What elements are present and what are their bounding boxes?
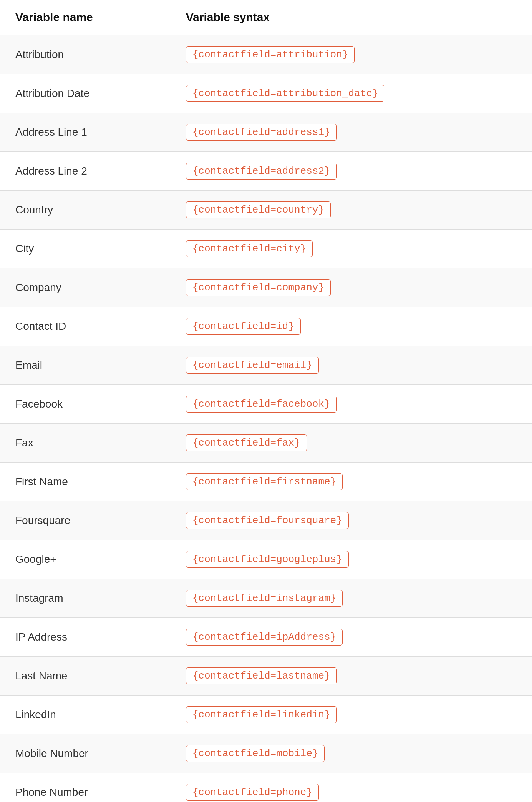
variable-name-cell: Attribution: [0, 35, 171, 74]
variable-syntax-cell: {contactfield=fax}: [171, 424, 532, 463]
syntax-badge: {contactfield=instagram}: [186, 590, 343, 607]
variable-name-cell: First Name: [0, 463, 171, 501]
variable-name-cell: Address Line 1: [0, 113, 171, 152]
table-row: Address Line 2{contactfield=address2}: [0, 152, 532, 191]
variable-name-cell: Address Line 2: [0, 152, 171, 191]
table-row: Mobile Number{contactfield=mobile}: [0, 734, 532, 773]
variable-syntax-cell: {contactfield=id}: [171, 307, 532, 346]
table-row: Foursquare{contactfield=foursquare}: [0, 501, 532, 540]
variable-name-cell: Email: [0, 346, 171, 385]
table-row: Contact ID{contactfield=id}: [0, 307, 532, 346]
table-row: City{contactfield=city}: [0, 230, 532, 268]
variable-syntax-cell: {contactfield=facebook}: [171, 385, 532, 424]
table-row: Google+{contactfield=googleplus}: [0, 540, 532, 579]
variable-name-cell: IP Address: [0, 618, 171, 657]
syntax-badge: {contactfield=facebook}: [186, 396, 337, 413]
variable-name-cell: Country: [0, 191, 171, 230]
syntax-badge: {contactfield=attribution_date}: [186, 85, 385, 102]
variable-name-cell: Fax: [0, 424, 171, 463]
variable-name-cell: Foursquare: [0, 501, 171, 540]
syntax-badge: {contactfield=linkedin}: [186, 706, 337, 723]
syntax-badge: {contactfield=country}: [186, 201, 331, 218]
variable-name-cell: Company: [0, 268, 171, 307]
syntax-badge: {contactfield=id}: [186, 318, 301, 335]
syntax-badge: {contactfield=ipAddress}: [186, 629, 343, 646]
table-container: Variable name Variable syntax Attributio…: [0, 0, 532, 802]
syntax-badge: {contactfield=attribution}: [186, 46, 355, 63]
variable-syntax-cell: {contactfield=googleplus}: [171, 540, 532, 579]
variable-name-cell: Facebook: [0, 385, 171, 424]
variable-name-cell: City: [0, 230, 171, 268]
table-row: First Name{contactfield=firstname}: [0, 463, 532, 501]
variable-name-cell: Last Name: [0, 657, 171, 696]
variable-name-cell: Google+: [0, 540, 171, 579]
syntax-badge: {contactfield=city}: [186, 240, 313, 257]
variable-name-cell: Phone Number: [0, 773, 171, 802]
table-row: Company{contactfield=company}: [0, 268, 532, 307]
syntax-badge: {contactfield=firstname}: [186, 473, 343, 490]
variable-syntax-cell: {contactfield=address1}: [171, 113, 532, 152]
table-row: Phone Number{contactfield=phone}: [0, 773, 532, 802]
variable-syntax-cell: {contactfield=city}: [171, 230, 532, 268]
variable-syntax-cell: {contactfield=address2}: [171, 152, 532, 191]
syntax-badge: {contactfield=foursquare}: [186, 512, 349, 529]
variable-syntax-cell: {contactfield=mobile}: [171, 734, 532, 773]
variable-name-cell: Contact ID: [0, 307, 171, 346]
syntax-badge: {contactfield=googleplus}: [186, 551, 349, 568]
variable-syntax-cell: {contactfield=country}: [171, 191, 532, 230]
syntax-badge: {contactfield=address2}: [186, 163, 337, 180]
col-variable-syntax-header: Variable syntax: [171, 0, 532, 35]
syntax-badge: {contactfield=mobile}: [186, 745, 325, 762]
variable-name-cell: Attribution Date: [0, 74, 171, 113]
table-row: Instagram{contactfield=instagram}: [0, 579, 532, 618]
table-row: LinkedIn{contactfield=linkedin}: [0, 696, 532, 734]
variable-syntax-cell: {contactfield=email}: [171, 346, 532, 385]
variable-syntax-cell: {contactfield=attribution_date}: [171, 74, 532, 113]
variable-name-cell: LinkedIn: [0, 696, 171, 734]
variable-syntax-cell: {contactfield=attribution}: [171, 35, 532, 74]
table-row: Address Line 1{contactfield=address1}: [0, 113, 532, 152]
col-variable-name-header: Variable name: [0, 0, 171, 35]
syntax-badge: {contactfield=lastname}: [186, 667, 337, 684]
variable-syntax-cell: {contactfield=firstname}: [171, 463, 532, 501]
syntax-badge: {contactfield=phone}: [186, 784, 319, 801]
table-row: Attribution{contactfield=attribution}: [0, 35, 532, 74]
variable-syntax-cell: {contactfield=foursquare}: [171, 501, 532, 540]
table-row: Fax{contactfield=fax}: [0, 424, 532, 463]
table-row: Facebook{contactfield=facebook}: [0, 385, 532, 424]
variable-syntax-cell: {contactfield=ipAddress}: [171, 618, 532, 657]
table-row: Last Name{contactfield=lastname}: [0, 657, 532, 696]
variable-name-cell: Instagram: [0, 579, 171, 618]
variable-syntax-cell: {contactfield=instagram}: [171, 579, 532, 618]
table-row: Email{contactfield=email}: [0, 346, 532, 385]
syntax-badge: {contactfield=fax}: [186, 434, 307, 451]
syntax-badge: {contactfield=email}: [186, 357, 319, 374]
syntax-badge: {contactfield=address1}: [186, 124, 337, 141]
variable-syntax-cell: {contactfield=phone}: [171, 773, 532, 802]
variable-syntax-cell: {contactfield=linkedin}: [171, 696, 532, 734]
table-row: IP Address{contactfield=ipAddress}: [0, 618, 532, 657]
syntax-badge: {contactfield=company}: [186, 279, 331, 296]
variable-syntax-cell: {contactfield=company}: [171, 268, 532, 307]
table-row: Attribution Date{contactfield=attributio…: [0, 74, 532, 113]
table-header-row: Variable name Variable syntax: [0, 0, 532, 35]
variable-syntax-cell: {contactfield=lastname}: [171, 657, 532, 696]
table-row: Country{contactfield=country}: [0, 191, 532, 230]
variable-name-cell: Mobile Number: [0, 734, 171, 773]
variables-table: Variable name Variable syntax Attributio…: [0, 0, 532, 802]
